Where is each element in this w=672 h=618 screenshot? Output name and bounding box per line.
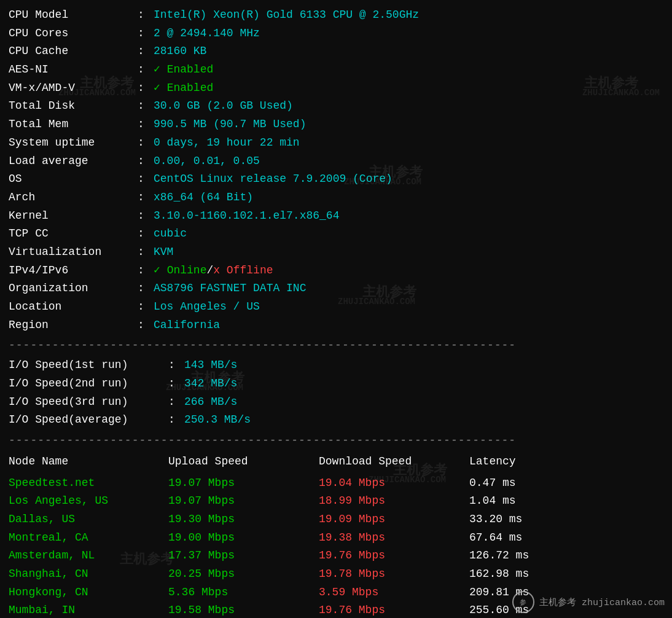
cpu-model-label: CPU Model [9,6,138,25]
io-run1-value: 143 MB/s [184,356,237,375]
upload-speed: 19.00 Mbps [168,529,319,547]
aes-label: AES-NI [9,61,138,79]
cpu-cores-row: CPU Cores : 2 @ 2494.140 MHz [9,25,663,43]
location-colon: : [138,298,149,316]
org-value: AS8796 FASTNET DATA INC [154,280,306,298]
cpu-model-value: Intel(R) Xeon(R) Gold 6133 CPU @ 2.50GHz [154,6,419,25]
io-run1-label: I/O Speed(1st run) [9,356,168,375]
cpu-cache-colon: : [138,42,149,61]
table-row: Montreal, CA 19.00 Mbps 19.38 Mbps 67.64… [9,529,663,547]
cpu-cache-row: CPU Cache : 28160 KB [9,42,663,61]
org-colon: : [138,280,149,298]
arch-colon: : [138,189,149,207]
latency: 162.98 ms [469,565,580,584]
region-row: Region : California [9,316,663,335]
region-value: California [154,316,220,335]
io-speed-section: I/O Speed(1st run) : 143 MB/s I/O Speed(… [9,356,663,429]
load-label: Load average [9,152,138,171]
network-table-header: Node Name Upload Speed Download Speed La… [9,452,663,471]
footer-watermark: 参 主机参考 zhujicankao.com [512,591,665,613]
os-colon: : [138,170,149,189]
io-run2-row: I/O Speed(2nd run) : 342 MB/s [9,375,663,393]
io-run2-label: I/O Speed(2nd run) [9,375,168,393]
ipv-colon: : [138,262,149,280]
table-row: Amsterdam, NL 17.37 Mbps 19.76 Mbps 126.… [9,547,663,565]
node-name: Amsterdam, NL [9,547,168,565]
virt-colon: : [138,243,149,262]
virt-value: KVM [154,243,173,262]
footer-logo-icon: 参 [512,591,534,613]
org-row: Organization : AS8796 FASTNET DATA INC [9,280,663,298]
download-speed: 19.04 Mbps [319,474,469,493]
uptime-colon: : [138,134,149,152]
table-row: Shanghai, CN 20.25 Mbps 19.78 Mbps 162.9… [9,565,663,584]
node-name: Los Angeles, US [9,492,168,510]
download-speed: 19.76 Mbps [319,601,469,618]
uptime-value: 0 days, 19 hour 22 min [154,134,300,152]
latency: 33.20 ms [469,510,580,529]
download-speed: 19.78 Mbps [319,565,469,584]
latency: 1.04 ms [469,492,580,510]
upload-speed: 17.37 Mbps [168,547,319,565]
io-run3-value: 266 MB/s [184,393,237,412]
io-avg-row: I/O Speed(average) : 250.3 MB/s [9,411,663,429]
cpu-model-row: CPU Model : Intel(R) Xeon(R) Gold 6133 C… [9,6,663,25]
arch-value: x86_64 (64 Bit) [154,189,253,207]
ipv-row: IPv4/IPv6 : ✓ Online / x Offline [9,262,663,280]
footer-logo-text: 主机参考 zhujicankao.com [539,596,665,608]
aes-value: ✓ Enabled [154,61,213,79]
cpu-cores-label: CPU Cores [9,25,138,43]
io-run3-colon: : [168,393,179,412]
divider-2: ----------------------------------------… [9,434,663,447]
io-run3-label: I/O Speed(3rd run) [9,393,168,412]
kernel-colon: : [138,207,149,225]
upload-speed: 19.58 Mbps [168,601,319,618]
io-run2-colon: : [168,375,179,393]
mem-colon: : [138,115,149,134]
node-name: Speedtest.net [9,474,168,493]
cpu-cores-value: 2 @ 2494.140 MHz [154,25,260,43]
node-name: Montreal, CA [9,529,168,547]
node-name: Shanghai, CN [9,565,168,584]
table-row: Dallas, US 19.30 Mbps 19.09 Mbps 33.20 m… [9,510,663,529]
disk-value: 30.0 GB (2.0 GB Used) [154,97,293,115]
table-row: Los Angeles, US 19.07 Mbps 18.99 Mbps 1.… [9,492,663,510]
io-run2-value: 342 MB/s [184,375,237,393]
latency: 67.64 ms [469,529,580,547]
tcp-label: TCP CC [9,225,138,243]
tcp-value: cubic [154,225,187,243]
vmx-colon: : [138,79,149,98]
node-name: Mumbai, IN [9,601,168,618]
arch-label: Arch [9,189,138,207]
tcp-colon: : [138,225,149,243]
upload-speed: 19.30 Mbps [168,510,319,529]
os-row: OS : CentOS Linux release 7.9.2009 (Core… [9,170,663,189]
io-run1-colon: : [168,356,179,375]
ipv-label: IPv4/IPv6 [9,262,138,280]
mem-row: Total Mem : 990.5 MB (90.7 MB Used) [9,115,663,134]
col-header-download: Download Speed [319,452,469,471]
col-header-upload: Upload Speed [168,452,319,471]
table-row: Speedtest.net 19.07 Mbps 19.04 Mbps 0.47… [9,474,663,493]
io-run1-row: I/O Speed(1st run) : 143 MB/s [9,356,663,375]
io-run3-row: I/O Speed(3rd run) : 266 MB/s [9,393,663,412]
tcp-row: TCP CC : cubic [9,225,663,243]
io-avg-value: 250.3 MB/s [184,411,251,429]
col-header-latency: Latency [469,452,580,471]
io-avg-colon: : [168,411,179,429]
disk-label: Total Disk [9,97,138,115]
upload-speed: 19.07 Mbps [168,474,319,493]
upload-speed: 19.07 Mbps [168,492,319,510]
cpu-cache-label: CPU Cache [9,42,138,61]
load-colon: : [138,152,149,171]
virt-row: Virtualization : KVM [9,243,663,262]
mem-value: 990.5 MB (90.7 MB Used) [154,115,306,134]
download-speed: 18.99 Mbps [319,492,469,510]
kernel-row: Kernel : 3.10.0-1160.102.1.el7.x86_64 [9,207,663,225]
download-speed: 3.59 Mbps [319,584,469,602]
latency: 0.47 ms [469,474,580,493]
cpu-cores-colon: : [138,25,149,43]
uptime-label: System uptime [9,134,138,152]
kernel-value: 3.10.0-1160.102.1.el7.x86_64 [154,207,339,225]
kernel-label: Kernel [9,207,138,225]
